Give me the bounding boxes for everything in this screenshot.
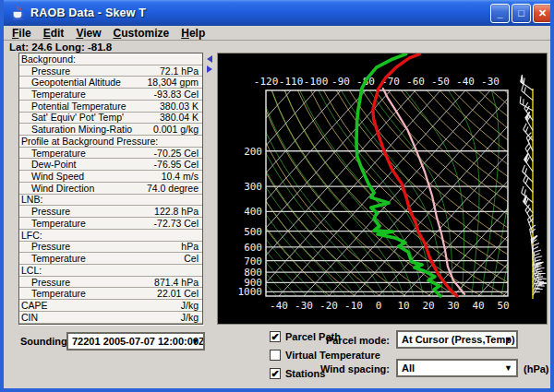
row-value: 74.0 degree xyxy=(147,183,202,194)
row-label: CIN xyxy=(19,312,38,323)
table-row: Temperature-93.83 Cel xyxy=(19,89,202,101)
chevron-down-icon: ▼ xyxy=(504,363,512,373)
table-row: Background: xyxy=(19,53,202,65)
menu-edit[interactable]: Edit xyxy=(43,27,65,40)
row-label: Pressure xyxy=(19,206,70,217)
table-row: Temperature-72.73 Cel xyxy=(19,218,202,230)
row-value: 0.001 g/kg xyxy=(153,124,202,135)
row-value: 18,304 gpm xyxy=(148,77,202,88)
row-label: LCL: xyxy=(19,265,42,276)
table-row: PressurehPa xyxy=(19,242,202,254)
collapse-left-icon[interactable] xyxy=(207,55,212,63)
svg-text:30: 30 xyxy=(447,300,459,312)
row-value: 380.04 K xyxy=(160,113,202,124)
svg-text:-60: -60 xyxy=(406,76,425,88)
chevron-down-icon: ▼ xyxy=(504,335,512,344)
title-bar[interactable]: RAOB Data - Skew T _ □ ✕ xyxy=(4,0,554,26)
window-title: RAOB Data - Skew T xyxy=(30,6,146,19)
row-label: LFC: xyxy=(19,230,42,241)
table-row: LCL: xyxy=(19,265,202,277)
table-row: Profile at Background Pressure: xyxy=(19,136,202,148)
svg-text:600: 600 xyxy=(244,242,262,254)
checkbox-check-icon[interactable] xyxy=(270,350,281,361)
row-label: Background: xyxy=(19,53,76,65)
parcel-mode-label: Parcel mode: xyxy=(308,335,390,346)
maximize-button[interactable]: □ xyxy=(512,4,531,23)
row-value: -70.25 Cel xyxy=(154,148,202,159)
row-value: J/kg xyxy=(181,300,202,311)
collapse-right-icon[interactable] xyxy=(207,65,212,73)
table-row: Wind Speed10.4 m/s xyxy=(19,171,202,183)
skewt-plot[interactable]: -120-110-100-90-80-70-60-50-40-30-40-30-… xyxy=(218,53,547,324)
svg-text:1000: 1000 xyxy=(238,286,263,298)
row-label: Profile at Background Pressure: xyxy=(19,136,158,147)
checkbox-check-icon[interactable]: ✔ xyxy=(270,331,281,342)
table-row: LNB: xyxy=(19,195,202,207)
table-row: Pressure122.8 hPa xyxy=(19,206,202,218)
table-row: LFC: xyxy=(19,230,202,242)
svg-text:-40: -40 xyxy=(270,300,288,312)
svg-text:10: 10 xyxy=(397,300,409,312)
close-button[interactable]: ✕ xyxy=(533,4,552,23)
menu-view[interactable]: View xyxy=(76,27,101,40)
svg-text:-90: -90 xyxy=(331,76,350,88)
row-label: CAPE xyxy=(19,300,48,311)
table-row: Pressure72.1 hPa xyxy=(19,65,202,77)
row-value: 22.01 Cel xyxy=(157,288,202,299)
row-label: Temperature xyxy=(19,288,86,299)
table-row: Potential Temperature380.03 K xyxy=(19,101,202,113)
svg-text:40: 40 xyxy=(472,300,484,312)
table-row: Dew-Point-76.95 Cel xyxy=(19,159,202,171)
row-label: Pressure xyxy=(19,65,70,77)
table-row: Sat' Equiv' Pot' Temp'380.04 K xyxy=(19,113,202,125)
table-row: CINJ/kg xyxy=(19,312,202,324)
svg-text:20: 20 xyxy=(422,300,434,312)
bottom-controls: Soundings: 72201 2005-07-07 12:00:00Z ▼ … xyxy=(4,325,550,388)
menu-help[interactable]: Help xyxy=(181,27,205,40)
split-pane-divider[interactable] xyxy=(203,53,217,325)
table-row: Geopotential Altitude18,304 gpm xyxy=(19,77,202,89)
row-label: Temperature xyxy=(19,253,86,264)
svg-text:-10: -10 xyxy=(344,300,363,312)
menu-customize[interactable]: Customize xyxy=(114,27,170,40)
row-label: LNB: xyxy=(19,195,42,206)
row-label: Wind Direction xyxy=(19,183,94,194)
menu-file[interactable]: File xyxy=(12,27,31,40)
row-label: Potential Temperature xyxy=(19,101,126,112)
svg-text:-100: -100 xyxy=(304,76,329,88)
svg-text:300: 300 xyxy=(244,181,262,193)
svg-text:-20: -20 xyxy=(319,300,338,312)
svg-text:0: 0 xyxy=(376,300,382,312)
parcel-mode-dropdown[interactable]: At Cursor (Press,Temp) ▼ xyxy=(396,330,518,349)
checkbox-check-icon[interactable]: ✔ xyxy=(270,368,281,379)
soundings-dropdown[interactable]: 72201 2005-07-07 12:00:00Z ▼ xyxy=(66,332,205,350)
row-label: Saturation Mixing-Ratio xyxy=(19,124,132,135)
row-value: -76.95 Cel xyxy=(154,159,202,170)
row-label: Geopotential Altitude xyxy=(19,77,121,88)
row-value: 10.4 m/s xyxy=(162,171,202,182)
wind-spacing-label: Wind spacing: xyxy=(308,363,390,374)
row-label: Pressure xyxy=(19,277,70,288)
svg-text:-30: -30 xyxy=(295,300,313,312)
svg-text:-50: -50 xyxy=(431,76,450,88)
skewt-chart[interactable]: -120-110-100-90-80-70-60-50-40-30-40-30-… xyxy=(217,53,548,325)
row-label: Wind Speed xyxy=(19,171,84,182)
row-label: Temperature xyxy=(19,89,86,100)
svg-text:50: 50 xyxy=(497,300,509,312)
table-row: Saturation Mixing-Ratio0.001 g/kg xyxy=(19,124,202,136)
row-value: 72.1 hPa xyxy=(160,65,202,77)
table-row: Temperature22.01 Cel xyxy=(19,288,202,300)
minimize-button[interactable]: _ xyxy=(490,4,510,23)
virtual-temperature-checkbox[interactable]: Virtual Temperature xyxy=(270,350,380,361)
menu-bar: File Edit View Customize Help xyxy=(4,26,550,41)
row-value: 871.4 hPa xyxy=(154,277,202,288)
sounding-data-table: Background:Pressure72.1 hPaGeopotential … xyxy=(18,53,203,325)
wind-spacing-dropdown[interactable]: All ▼ xyxy=(396,359,518,377)
chevron-down-icon: ▼ xyxy=(191,337,199,346)
table-row: Wind Direction74.0 degree xyxy=(19,183,202,195)
row-value: hPa xyxy=(181,242,202,253)
wind-spacing-unit: (hPa) xyxy=(524,363,549,374)
row-label: Temperature xyxy=(19,148,86,159)
row-label: Temperature xyxy=(19,218,86,229)
row-value: J/kg xyxy=(181,312,202,323)
